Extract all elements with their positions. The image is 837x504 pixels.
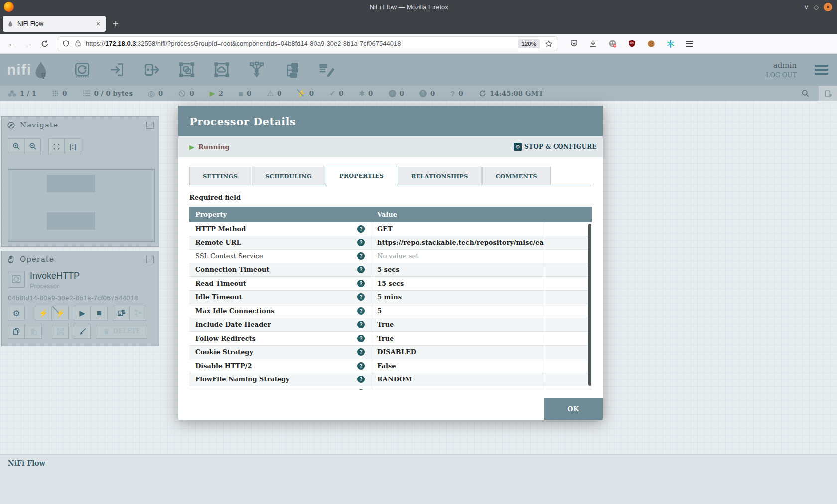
tab-settings[interactable]: SETTINGS: [189, 167, 251, 185]
property-value: True: [371, 318, 544, 332]
operate-palette: Operate – InvokeHTTP Processor 04b8fd14-…: [1, 251, 159, 346]
maximize-icon[interactable]: ◇: [814, 3, 819, 11]
help-icon[interactable]: ?: [357, 348, 365, 356]
disable-button[interactable]: ⚡: [52, 306, 69, 321]
help-icon[interactable]: ?: [357, 389, 365, 390]
compass-icon: [7, 121, 15, 129]
help-icon[interactable]: ?: [357, 376, 365, 383]
property-row: Cookie Strategy?DISABLED: [189, 346, 592, 360]
zoom-out-button[interactable]: [24, 138, 41, 154]
shield-icon[interactable]: [62, 40, 70, 47]
input-port-component-icon[interactable]: [108, 61, 126, 79]
transmitting-count: 0: [158, 89, 163, 97]
close-icon[interactable]: ×: [824, 3, 832, 11]
download-icon[interactable]: [589, 39, 597, 48]
property-row: FlowFile Naming Strategy?RANDOM: [189, 373, 592, 387]
breadcrumb[interactable]: NiFi Flow: [0, 455, 837, 467]
property-name: FlowFile Naming Strategy?: [189, 373, 371, 386]
delete-button[interactable]: DELETE: [96, 324, 147, 339]
property-name: HTTP Method?: [189, 222, 371, 236]
birdseye-map[interactable]: [8, 169, 155, 242]
tab-comments[interactable]: COMMENTS: [482, 167, 551, 185]
zoom-fit-button[interactable]: [48, 138, 65, 154]
property-name: Read Timeout?: [189, 277, 371, 290]
help-icon[interactable]: ?: [357, 362, 365, 370]
reload-icon[interactable]: [41, 40, 49, 48]
property-value: 5: [371, 304, 544, 318]
tab-scheduling[interactable]: SCHEDULING: [252, 167, 325, 185]
funnel-component-icon[interactable]: [248, 61, 266, 79]
template-component-icon[interactable]: [282, 61, 300, 79]
help-icon[interactable]: ?: [357, 335, 365, 342]
cookie-icon[interactable]: [647, 39, 656, 48]
output-port-component-icon[interactable]: [143, 61, 161, 79]
back-icon[interactable]: ←: [8, 39, 16, 49]
forward-icon[interactable]: →: [24, 39, 33, 49]
collapse-operate-icon[interactable]: –: [146, 256, 154, 263]
new-tab-button[interactable]: +: [113, 18, 119, 30]
help-icon[interactable]: ?: [357, 266, 365, 273]
help-icon[interactable]: ?: [357, 239, 365, 246]
group-button[interactable]: [52, 324, 69, 339]
logout-link[interactable]: LOG OUT: [766, 71, 797, 79]
start-button[interactable]: ▶: [74, 306, 91, 321]
stop-and-configure-button[interactable]: ⚙ STOP & CONFIGURE: [514, 143, 597, 151]
pocket-icon[interactable]: [570, 39, 578, 48]
selected-component-icon: [8, 271, 25, 288]
global-menu-icon[interactable]: [815, 63, 828, 77]
lock-warning-icon[interactable]: [74, 40, 82, 47]
configure-button[interactable]: ⚙: [8, 306, 25, 321]
up-to-date-count: 0: [339, 89, 343, 97]
dialog-header: Processor Details: [178, 106, 603, 136]
url-field[interactable]: https://172.18.0.3:32558/nifi/?processGr…: [58, 36, 557, 51]
label-component-icon[interactable]: [317, 61, 335, 79]
save-flow-version-button[interactable]: [113, 306, 130, 321]
tab-properties[interactable]: PROPERTIES: [326, 166, 397, 187]
search-icon[interactable]: [801, 89, 810, 98]
property-extra-cell: [544, 291, 592, 304]
property-row: Max Idle Connections?5: [189, 304, 592, 318]
browser-menu-icon[interactable]: [686, 39, 693, 48]
zoom-in-button[interactable]: [8, 138, 24, 154]
bulletin-panel-toggle[interactable]: [819, 86, 837, 101]
scrollbar-thumb[interactable]: [588, 224, 591, 386]
help-icon[interactable]: ?: [357, 307, 365, 315]
operate-title: Operate: [20, 255, 54, 264]
table-scrollbar[interactable]: [588, 222, 592, 390]
processor-component-icon[interactable]: [73, 61, 91, 79]
help-icon[interactable]: ?: [357, 293, 365, 301]
help-icon[interactable]: ?: [357, 225, 365, 233]
property-value: 15 secs: [371, 277, 544, 290]
url-text[interactable]: https://172.18.0.3:32558/nifi/?processGr…: [86, 40, 518, 47]
enable-button[interactable]: ⚡: [35, 306, 52, 321]
remote-process-group-component-icon[interactable]: [213, 61, 231, 79]
stop-button[interactable]: ■: [91, 306, 108, 321]
tab-relationships[interactable]: RELATIONSHIPS: [398, 167, 482, 185]
help-icon[interactable]: ?: [357, 321, 365, 328]
zoom-actual-button[interactable]: |:|: [65, 138, 81, 154]
minimize-icon[interactable]: ∨: [804, 3, 809, 11]
help-icon[interactable]: ?: [357, 252, 365, 260]
property-row: SSL Context Service?No value set: [189, 250, 592, 263]
zoom-level-badge[interactable]: 120%: [518, 39, 540, 48]
invalid-icon: ⚠: [267, 89, 274, 98]
refresh-icon[interactable]: [479, 90, 486, 97]
paste-button[interactable]: [25, 324, 42, 339]
bookmark-star-icon[interactable]: [545, 40, 553, 48]
property-extra-cell: [544, 222, 592, 236]
tab-close-icon[interactable]: ×: [95, 20, 102, 28]
extension-asterisk-icon[interactable]: [666, 39, 675, 48]
last-refresh-time: 14:45:08 GMT: [490, 89, 544, 97]
property-value: False: [371, 359, 544, 373]
revert-version-button[interactable]: [130, 306, 146, 321]
process-group-component-icon[interactable]: [178, 61, 196, 79]
browser-tab[interactable]: NiFi Flow ×: [3, 16, 106, 32]
help-icon[interactable]: ?: [357, 280, 365, 287]
collapse-navigate-icon[interactable]: –: [146, 122, 154, 129]
change-color-button[interactable]: [74, 324, 91, 339]
invalid-count: 0: [277, 89, 281, 97]
copy-button[interactable]: [8, 324, 25, 339]
ublock-shield-icon[interactable]: UO: [628, 39, 636, 48]
multi-account-mask-icon[interactable]: [608, 39, 617, 48]
ok-button[interactable]: OK: [544, 398, 603, 420]
